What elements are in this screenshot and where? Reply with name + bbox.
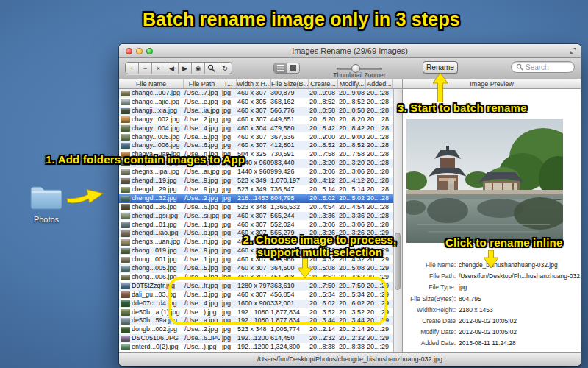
search-button[interactable] (205, 63, 218, 74)
cell-name: changy...004.jpg (132, 124, 183, 133)
cell-modified: 20...7:58 (339, 150, 366, 159)
cell-created: 20...0:58 (309, 107, 338, 116)
column-header-path[interactable]: File Path (184, 79, 220, 88)
table-row[interactable]: chengd...19.jpg/Use...9.jpgjpg523 x 3491… (119, 177, 393, 185)
add-button[interactable]: + (126, 63, 139, 74)
window-titlebar[interactable]: Images Rename (29/69 Images) (119, 44, 581, 58)
cell-type: jpg (222, 124, 237, 133)
preview-button[interactable]: ◉ (192, 63, 205, 74)
table-row[interactable]: enterd...0(2).jpg/Use...).jpgjpg192...12… (119, 343, 393, 352)
table-row[interactable]: chengd...01.jpg/Use...1.jpgjpg460 x 3075… (119, 221, 393, 230)
cell-path: /Use...2.jpg (184, 116, 220, 124)
next-button[interactable]: ▶ (179, 63, 192, 74)
cell-path: /Use...n.jpg (184, 238, 220, 247)
table-row[interactable]: DSC05106.JPG/Use...6.JPGjpg192...1200614… (119, 334, 393, 343)
table-row[interactable]: chengd...36.jpg/Use...6.jpgjpg523 x 3481… (119, 203, 393, 212)
table-row[interactable]: changy...006.jpg/Use...6.jpgjpg460 x 307… (119, 141, 393, 150)
cell-created: 20...9:08 (309, 89, 338, 98)
cell-modified: 20...5:08 (339, 264, 366, 273)
cell-type: jpg (222, 133, 237, 142)
rename-button[interactable]: Rename (423, 61, 458, 74)
cell-added: 20...:28 (367, 159, 393, 168)
cell-added: 20...:29 (367, 334, 393, 343)
cell-name: chegns...ipai.jpg (132, 168, 183, 177)
previous-button[interactable]: ◀ (165, 63, 179, 74)
table-row[interactable]: chengd...29.jpg/Use...9.jpgjpg523 x 3497… (119, 185, 393, 194)
cell-modified: 20...8:38 (339, 343, 366, 352)
table-row[interactable]: chong...005.jpg/Use...5.jpgjpg460 x 3073… (119, 264, 393, 273)
file-thumbnail (121, 204, 130, 210)
zoom-window-button[interactable] (146, 48, 153, 54)
cell-path: /Use...5.jpg (184, 133, 220, 142)
cell-added: 20...:28 (367, 124, 393, 133)
metadata-value: 2012-09-02 10:05:02 (459, 328, 581, 336)
cell-dims: 523 x 348 (237, 325, 270, 334)
table-scrollbar[interactable] (393, 89, 402, 352)
cell-dims: 460 x 307 (237, 89, 270, 98)
file-thumbnail (121, 143, 130, 149)
column-header-added[interactable]: Added... (366, 79, 393, 88)
column-header-name[interactable]: File Name (119, 79, 184, 88)
table-row[interactable]: chengd...gsi.jpg/Use...si.jpgjpg460 x 30… (119, 212, 393, 221)
status-path: /Users/fun/Desktop/Photos/chengde_bishus… (257, 355, 442, 363)
magnifier-icon (207, 64, 215, 72)
remove-button[interactable]: − (139, 63, 152, 74)
cell-size: 1,366,532 (270, 203, 308, 212)
minimize-window-button[interactable] (136, 48, 143, 54)
photos-folder[interactable]: Photos (28, 184, 65, 224)
table-row[interactable]: changc...007.jpg/Use...7.jpgjpg460 x 307… (119, 89, 393, 98)
step3-arrow-icon (433, 73, 448, 102)
cell-name: chong...001.jpg (132, 255, 183, 264)
cell-size: 412,801 (270, 141, 308, 150)
thumbnail-zoomer-slider[interactable] (337, 68, 382, 70)
column-header-created[interactable]: Create... (309, 79, 338, 88)
cell-size: 479,580 (270, 124, 308, 133)
file-thumbnail (121, 344, 130, 351)
table-row[interactable]: changc...ajie.jpg/Use...e.jpgjpg460 x 30… (119, 98, 393, 107)
cell-path: /Use...2.jpg (184, 325, 220, 334)
cell-added: 20...:28 (367, 177, 393, 185)
cell-name: chengd...01.jpg (132, 221, 183, 230)
cell-dims: 192...1200 (237, 343, 270, 352)
cell-dims: 460 x 307 (237, 212, 270, 221)
file-thumbnail (121, 336, 130, 342)
cell-type: jpg (222, 185, 237, 194)
metadata-label: WidthxHeight: (403, 306, 456, 314)
cell-type: jpg (222, 116, 237, 124)
grid-view-icon (290, 65, 296, 71)
cell-name: chengs...uan.jpg (132, 238, 183, 247)
list-view-button[interactable] (274, 63, 287, 73)
table-row[interactable]: changy...002.jpg/Use...2.jpgjpg460 x 307… (119, 116, 393, 124)
rename-inline-label: Click to rename inline (445, 236, 562, 249)
refresh-button[interactable]: ↻ (218, 63, 232, 74)
table-row[interactable]: chengd...32.jpg/Use...2.jpgjpg218...1453… (119, 194, 393, 203)
column-header-dims[interactable]: Width x H... (237, 79, 271, 88)
column-header-type[interactable]: T... (220, 79, 237, 88)
close-window-button[interactable] (126, 48, 132, 54)
cell-added: 20...:28 (367, 221, 393, 230)
table-row[interactable]: changji...xia.jpg/Use...ia.jpgjpg460 x 3… (119, 107, 393, 116)
metadata-line: WidthxHeight:2180 x 1453 (403, 306, 581, 317)
fullscreen-icon[interactable] (570, 47, 577, 54)
grid-view-button[interactable] (287, 63, 299, 73)
cell-size: 999,426 (270, 168, 308, 177)
search-field[interactable]: Search (511, 61, 575, 73)
metadata-line: File Type:jpg (403, 283, 581, 294)
cell-path: /Use...9.jpg (184, 185, 220, 194)
cell-created: 20...5:14 (309, 185, 338, 194)
cell-name: changy...005.jpg (132, 133, 183, 142)
cell-name: chong...019.jpg (132, 247, 183, 255)
table-row[interactable]: changy...004.jpg/Use...4.jpgjpg460 x 304… (119, 124, 393, 133)
metadata-value[interactable]: chengde_bishushanzhuang-032.jpg (459, 261, 581, 269)
cell-created: 20...4:54 (309, 203, 338, 212)
metadata-line: Added Date:2013-08-11 11:24:28 (403, 339, 581, 350)
cell-modified: 20...8:52 (339, 141, 366, 150)
table-row[interactable]: dongb...002.jpg/Use...2.jpgjpg523 x 3481… (119, 325, 393, 334)
file-thumbnail (121, 169, 130, 176)
column-header-size[interactable]: File Size(B... (271, 79, 309, 88)
column-header-modified[interactable]: Modify... (338, 79, 366, 88)
table-row[interactable]: changy...005.jpg/Use...5.jpgjpg460 x 307… (119, 133, 393, 142)
cell-type: jpg (222, 334, 237, 343)
delete-button[interactable]: × (152, 63, 165, 74)
table-row[interactable]: chegns...ipai.jpg/Use...ai.jpgjpg1440 x … (119, 168, 393, 177)
